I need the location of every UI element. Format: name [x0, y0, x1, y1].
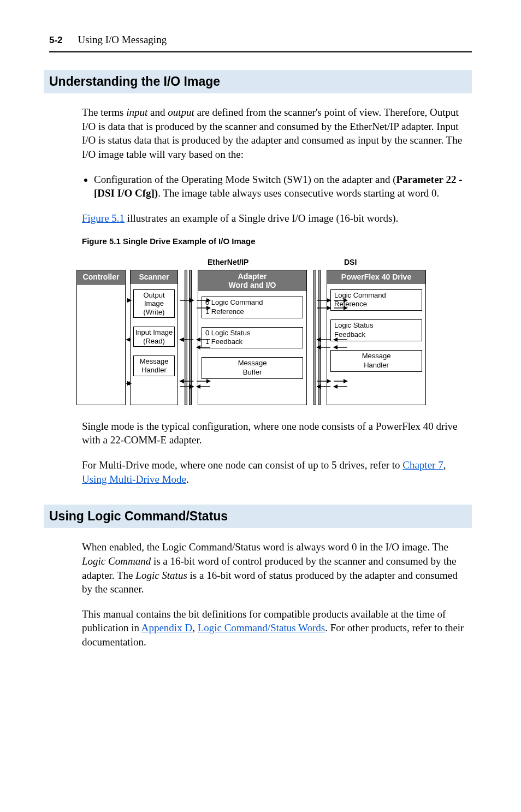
chapter-link[interactable]: Chapter 7	[402, 459, 443, 471]
adapter-cmd-box: 0 Logic Command 1 Reference	[202, 297, 303, 318]
text-italic: output	[168, 106, 194, 118]
text: .	[186, 473, 189, 485]
text: When enabled, the Logic Command/Status w…	[82, 541, 448, 553]
figure-caption: Figure 5.1 Single Drive Example of I/O I…	[82, 236, 466, 247]
text-italic: Logic Command	[82, 555, 151, 567]
para-figure-ref: Figure 5.1 illustrates an example of a S…	[82, 211, 466, 226]
label-dsi: DSI	[344, 257, 377, 268]
adapter-msg-box: Message Buffer	[202, 357, 303, 379]
appendix-link[interactable]: Appendix D	[141, 622, 192, 633]
label-ethernet: EtherNet/IP	[208, 257, 295, 268]
drive-title: PowerFlex 40 Drive	[327, 270, 425, 284]
bullet-list: Configuration of the Operating Mode Swit…	[82, 173, 466, 200]
drive-msg-box: Message Handler	[330, 350, 422, 372]
running-section: Using I/O Messaging	[78, 33, 167, 47]
header-rule	[49, 51, 472, 52]
text-italic: Logic Status	[135, 570, 187, 581]
text: illustrates an example of a Single drive…	[125, 212, 398, 224]
controller-column: Controller	[76, 270, 126, 405]
para-bit-defs: This manual contains the bit definitions…	[82, 607, 466, 649]
scanner-input-box: Input Image (Read)	[133, 327, 175, 347]
scanner-column: Scanner Output Image (Write) Input Image…	[130, 270, 178, 405]
text-italic: input	[126, 106, 147, 118]
text: ,	[192, 622, 198, 633]
dsi-bus	[311, 270, 322, 405]
text: Configuration of the Operating Mode Swit…	[94, 174, 396, 185]
adapter-status-box: 0 Logic Status 1 Feedback	[202, 327, 303, 349]
scanner-title: Scanner	[131, 270, 177, 284]
scanner-msg-box: Message Handler	[133, 355, 175, 376]
para-logic-cmd: When enabled, the Logic Command/Status w…	[82, 540, 466, 596]
drive-status-box: Logic Status Feedback	[330, 319, 422, 341]
text: ,	[443, 459, 446, 471]
adapter-title: Adapter Word and I/O	[198, 270, 306, 291]
logic-words-link[interactable]: Logic Command/Status Words	[198, 622, 325, 633]
bullet-item: Configuration of the Operating Mode Swit…	[94, 173, 466, 200]
multi-drive-link[interactable]: Using Multi-Drive Mode	[82, 473, 186, 485]
page-number: 5-2	[49, 34, 63, 47]
adapter-column: Adapter Word and I/O 0 Logic Command 1 R…	[198, 270, 307, 405]
para-multi-drive: For Multi-Drive mode, where one node can…	[82, 458, 466, 486]
scanner-output-box: Output Image (Write)	[133, 289, 175, 318]
figure-link[interactable]: Figure 5.1	[82, 212, 125, 224]
text: For Multi-Drive mode, where one node can…	[82, 459, 402, 471]
para-single-mode: Single mode is the typical configuration…	[82, 419, 466, 447]
drive-column: PowerFlex 40 Drive Logic Command Referen…	[327, 270, 426, 405]
section-heading-io-image: Understanding the I/O Image	[44, 70, 472, 93]
page-header: 5-2 Using I/O Messaging	[49, 33, 472, 47]
text: and	[147, 106, 168, 118]
text: . The image table always uses consecutiv…	[158, 187, 439, 199]
io-image-diagram: EtherNet/IP DSI Controller Scanner Outpu…	[76, 257, 466, 405]
controller-title: Controller	[77, 270, 125, 285]
ethernet-bus	[182, 270, 193, 405]
text: The terms	[82, 106, 126, 118]
section-heading-logic-cmd: Using Logic Command/Status	[44, 505, 472, 528]
para-io-definition: The terms input and output are defined f…	[82, 105, 466, 162]
drive-cmd-box: Logic Command Reference	[330, 289, 422, 311]
